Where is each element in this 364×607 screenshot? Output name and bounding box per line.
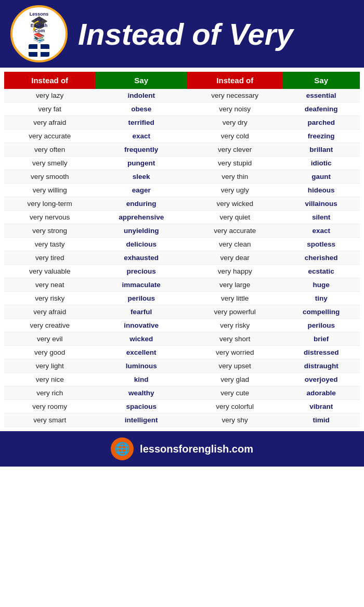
- table-row: very willingeagervery uglyhideous: [4, 184, 360, 197]
- cell-1-2: very noisy: [187, 102, 282, 116]
- cell-4-2: very clever: [187, 143, 282, 157]
- cell-22-0: very rich: [4, 386, 95, 400]
- cell-10-2: very accurate: [187, 224, 282, 238]
- cell-15-0: very risky: [4, 292, 95, 305]
- table-row: very strongunyieldingvery accurateexact: [4, 224, 360, 238]
- cell-7-3: hideous: [282, 184, 360, 197]
- table-row: very tastydeliciousvery cleanspotless: [4, 238, 360, 251]
- cell-18-3: brief: [282, 332, 360, 346]
- table-row: very valuablepreciousvery happyecstatic: [4, 265, 360, 278]
- table-row: very goodexcellentvery worrieddistressed: [4, 346, 360, 359]
- cell-18-1: wicked: [95, 332, 187, 346]
- cell-1-3: deafening: [282, 102, 360, 116]
- cell-11-1: delicious: [95, 238, 187, 251]
- table-row: very riskyperilousvery littletiny: [4, 292, 360, 305]
- cell-11-3: spotless: [282, 238, 360, 251]
- cell-10-0: very strong: [4, 224, 95, 238]
- logo-text: LessonsForEnglish.Com: [30, 11, 49, 34]
- cell-17-3: perilous: [282, 319, 360, 332]
- cell-21-0: very nice: [4, 373, 95, 386]
- cell-1-1: obese: [95, 102, 187, 116]
- cell-12-1: exhausted: [95, 251, 187, 265]
- cell-13-0: very valuable: [4, 265, 95, 278]
- cell-22-2: very cute: [187, 386, 282, 400]
- cell-20-2: very upset: [187, 359, 282, 373]
- cell-20-3: distraught: [282, 359, 360, 373]
- cell-17-2: very risky: [187, 319, 282, 332]
- cell-19-1: excellent: [95, 346, 187, 359]
- cell-13-1: precious: [95, 265, 187, 278]
- cell-0-3: essential: [282, 89, 360, 102]
- col3-header: Instead of: [187, 72, 282, 89]
- uk-flag-icon: [29, 44, 49, 57]
- cell-0-2: very necessary: [187, 89, 282, 102]
- cell-8-0: very long-term: [4, 197, 95, 211]
- cell-7-1: eager: [95, 184, 187, 197]
- cell-16-0: very afraid: [4, 305, 95, 319]
- cell-5-2: very stupid: [187, 157, 282, 170]
- vocabulary-table: Instead of Say Instead of Say very lazyi…: [4, 72, 360, 427]
- cell-15-2: very little: [187, 292, 282, 305]
- cell-5-0: very smelly: [4, 157, 95, 170]
- table-row: very tiredexhaustedvery dearcherished: [4, 251, 360, 265]
- cell-12-2: very dear: [187, 251, 282, 265]
- cell-5-1: pungent: [95, 157, 187, 170]
- cell-9-0: very nervous: [4, 211, 95, 224]
- cell-14-3: huge: [282, 278, 360, 292]
- cell-6-2: very thin: [187, 170, 282, 184]
- cell-22-1: wealthy: [95, 386, 187, 400]
- cell-22-3: adorable: [282, 386, 360, 400]
- cell-3-1: exact: [95, 130, 187, 143]
- table-row: very neatimmaculatevery largehuge: [4, 278, 360, 292]
- table-row: very lightluminousvery upsetdistraught: [4, 359, 360, 373]
- cell-13-3: ecstatic: [282, 265, 360, 278]
- cell-12-3: cherished: [282, 251, 360, 265]
- table-row: very afraidterrifiedvery dryparched: [4, 116, 360, 130]
- cell-11-2: very clean: [187, 238, 282, 251]
- cell-3-2: very cold: [187, 130, 282, 143]
- cell-1-0: very fat: [4, 102, 95, 116]
- cell-10-1: unyielding: [95, 224, 187, 238]
- cell-6-3: gaunt: [282, 170, 360, 184]
- cell-20-0: very light: [4, 359, 95, 373]
- cell-24-2: very shy: [187, 414, 282, 427]
- cell-23-1: spacious: [95, 400, 187, 414]
- cell-11-0: very tasty: [4, 238, 95, 251]
- table-row: very smartintelligentvery shytimid: [4, 414, 360, 427]
- cell-12-0: very tired: [4, 251, 95, 265]
- cell-14-1: immaculate: [95, 278, 187, 292]
- cell-18-0: very evil: [4, 332, 95, 346]
- cell-9-1: apprehensive: [95, 211, 187, 224]
- table-row: very evilwickedvery shortbrief: [4, 332, 360, 346]
- table-row: very fatobesevery noisydeafening: [4, 102, 360, 116]
- cell-13-2: very happy: [187, 265, 282, 278]
- col4-header: Say: [282, 72, 360, 89]
- table-row: very nicekindvery gladoverjoyed: [4, 373, 360, 386]
- cell-19-0: very good: [4, 346, 95, 359]
- cell-4-1: frequently: [95, 143, 187, 157]
- cell-5-3: idiotic: [282, 157, 360, 170]
- table-row: very roomyspaciousvery colorfulvibrant: [4, 400, 360, 414]
- cell-3-0: very accurate: [4, 130, 95, 143]
- cell-24-3: timid: [282, 414, 360, 427]
- cell-8-3: villainous: [282, 197, 360, 211]
- cell-17-1: innovative: [95, 319, 187, 332]
- col2-header: Say: [95, 72, 187, 89]
- cell-9-2: very quiet: [187, 211, 282, 224]
- cell-8-1: enduring: [95, 197, 187, 211]
- cell-21-2: very glad: [187, 373, 282, 386]
- cell-8-2: very wicked: [187, 197, 282, 211]
- cell-4-0: very often: [4, 143, 95, 157]
- cell-6-0: very smooth: [4, 170, 95, 184]
- cell-4-3: brillant: [282, 143, 360, 157]
- cell-16-2: very powerful: [187, 305, 282, 319]
- table-row: very oftenfrequentlyvery cleverbrillant: [4, 143, 360, 157]
- logo: LessonsForEnglish.Com 🎓 📚: [10, 5, 68, 62]
- cell-24-1: intelligent: [95, 414, 187, 427]
- table-row: very long-termenduringvery wickedvillain…: [4, 197, 360, 211]
- cell-15-3: tiny: [282, 292, 360, 305]
- cell-16-1: fearful: [95, 305, 187, 319]
- cell-3-3: freezing: [282, 130, 360, 143]
- header: LessonsForEnglish.Com 🎓 📚 Instead of Ver…: [0, 0, 364, 68]
- cell-2-3: parched: [282, 116, 360, 130]
